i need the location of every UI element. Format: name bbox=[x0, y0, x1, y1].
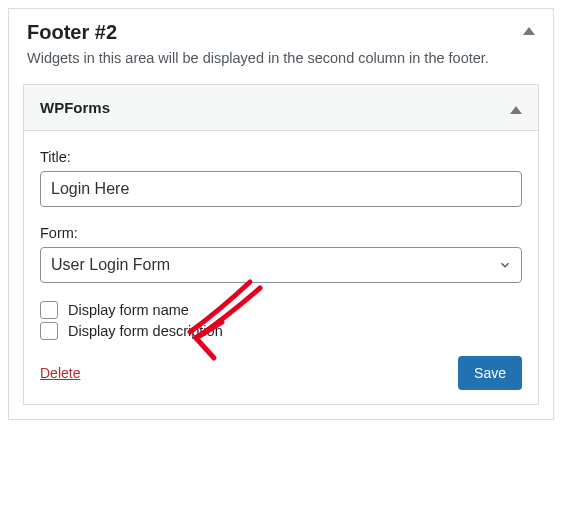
display-desc-row: Display form description bbox=[40, 322, 522, 340]
widget-area-header[interactable]: Footer #2 bbox=[9, 9, 553, 48]
collapse-icon bbox=[510, 106, 522, 114]
widget-actions: Delete Save bbox=[40, 356, 522, 390]
widget-name: WPForms bbox=[40, 99, 110, 116]
widget-area-title: Footer #2 bbox=[27, 21, 117, 44]
widget-body: Title: Form: User Login Form Display for… bbox=[24, 131, 538, 404]
widget-wpforms: WPForms Title: Form: User Login Form Dis… bbox=[23, 84, 539, 405]
display-name-checkbox[interactable] bbox=[40, 301, 58, 319]
widget-header[interactable]: WPForms bbox=[24, 85, 538, 131]
title-field-group: Title: bbox=[40, 149, 522, 207]
widget-area-description: Widgets in this area will be displayed i… bbox=[9, 48, 553, 84]
form-field-group: Form: User Login Form bbox=[40, 225, 522, 283]
form-label: Form: bbox=[40, 225, 522, 241]
display-name-label: Display form name bbox=[68, 302, 189, 318]
widget-area-panel: Footer #2 Widgets in this area will be d… bbox=[8, 8, 554, 420]
collapse-icon bbox=[523, 27, 535, 35]
delete-button[interactable]: Delete bbox=[40, 365, 80, 381]
title-label: Title: bbox=[40, 149, 522, 165]
save-button[interactable]: Save bbox=[458, 356, 522, 390]
display-desc-checkbox[interactable] bbox=[40, 322, 58, 340]
title-input[interactable] bbox=[40, 171, 522, 207]
form-select[interactable]: User Login Form bbox=[40, 247, 522, 283]
display-desc-label: Display form description bbox=[68, 323, 223, 339]
display-name-row: Display form name bbox=[40, 301, 522, 319]
